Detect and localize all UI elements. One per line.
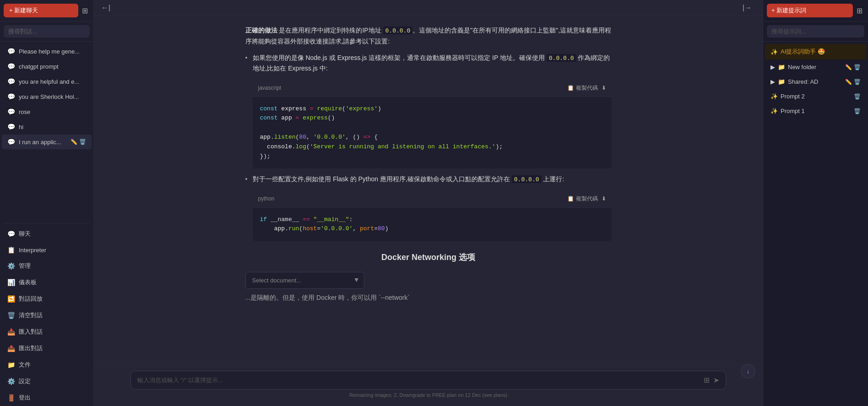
sidebar-top: + 新建聊天 ⊞ <box>0 0 93 22</box>
document-select[interactable]: Select document... <box>245 272 364 289</box>
back-button[interactable]: ←| <box>101 4 110 12</box>
input-icons: ⊞ ➤ <box>704 376 719 384</box>
send-button[interactable]: ➤ <box>713 376 719 384</box>
delete-folder-button[interactable]: 🗑️ <box>854 79 861 85</box>
nav-item-replay[interactable]: 🔁 對話回放 <box>2 291 92 307</box>
nav-item-clear[interactable]: 🗑️ 清空對話 <box>2 308 92 323</box>
export-nav-icon: 📤 <box>7 345 15 352</box>
code-line: app.run(host='0.0.0.0', port=80) <box>260 224 604 234</box>
chat-icon: 💬 <box>7 78 15 85</box>
code-block-js: javascript 📋 複製代碼 ⬇ con <box>253 80 612 168</box>
delete-prompt-button[interactable]: 🗑️ <box>854 108 861 114</box>
select-wrapper: Select document... ▼ <box>245 272 364 289</box>
prompt-search-input[interactable] <box>767 25 864 38</box>
copy-icon: 📋 <box>567 85 574 91</box>
new-prompt-button[interactable]: + 新建提示詞 <box>767 4 853 17</box>
prompt-list: ✨ AI提示詞助手 🤩 ▶ 📁 New folder ✏️ 🗑️ ▶ 📁 Sha… <box>763 42 868 406</box>
nav-item-logout[interactable]: 🚪 登出 <box>2 390 92 406</box>
copy-code-button[interactable]: 📋 複製代碼 <box>567 84 598 92</box>
delete-chat-button[interactable]: 🗑️ <box>79 139 86 145</box>
prompt-actions: 🗑️ <box>854 93 861 100</box>
code-line: console.log('Server is running and liste… <box>260 142 604 152</box>
nav-item-files[interactable]: 📁 文件 <box>2 357 92 373</box>
chat-item-active[interactable]: 💬 I run an applic... ✏️ 🗑️ <box>2 135 92 149</box>
prompt-item[interactable]: ✨ Prompt 1 🗑️ <box>765 104 866 118</box>
ai-assistant-button[interactable]: ✨ AI提示詞助手 🤩 <box>765 44 866 60</box>
folder-arrow-icon: ▶ <box>770 64 775 70</box>
nav-item-chat[interactable]: 💬 聊天 <box>2 226 92 242</box>
chat-icon: 💬 <box>7 123 15 130</box>
chat-icon: 💬 <box>7 93 15 100</box>
import-nav-icon: 📥 <box>7 328 15 336</box>
sidebar-layout-icon[interactable]: ⊞ <box>80 5 90 17</box>
chat-item[interactable]: 💬 chatgpt prompt <box>2 59 92 74</box>
sidebar-divider <box>4 223 90 224</box>
folder-item[interactable]: ▶ 📁 Shared: AD ✏️ 🗑️ <box>765 75 866 89</box>
chat-icon: 💬 <box>7 48 15 55</box>
manage-nav-icon: ⚙️ <box>7 262 15 270</box>
edit-folder-button[interactable]: ✏️ <box>845 79 852 85</box>
scroll-down-button[interactable]: ↓ <box>741 364 755 379</box>
new-chat-button[interactable]: + 新建聊天 <box>4 4 78 17</box>
left-sidebar: + 新建聊天 ⊞ 💬 Please help me gene... 💬 chat… <box>0 0 94 406</box>
prompt-actions: 🗑️ <box>854 108 861 114</box>
delete-folder-button[interactable]: 🗑️ <box>854 64 861 70</box>
bottom-area: ⊞ ➤ ↓ Remaining images: 2. Downgrade to … <box>94 365 763 406</box>
forward-button[interactable]: |→ <box>743 4 752 12</box>
right-sidebar-layout-icon[interactable]: ⊞ <box>855 5 864 17</box>
chat-item[interactable]: 💬 hi <box>2 119 92 134</box>
logout-nav-icon: 🚪 <box>7 394 15 401</box>
chat-item[interactable]: 💬 you are helpful and e... <box>2 74 92 89</box>
settings-nav-icon: ⚙️ <box>7 378 15 385</box>
code-lang: javascript <box>258 83 282 92</box>
code-body: if __name__ == "__main__": app.run(host=… <box>253 208 612 242</box>
expand-input-button[interactable]: ⊞ <box>704 376 710 384</box>
sidebar-search-box <box>0 22 93 42</box>
copy-icon: 📋 <box>567 195 574 202</box>
copy-code-button[interactable]: 📋 複製代碼 <box>567 195 598 203</box>
download-code-button[interactable]: ⬇ <box>602 85 606 91</box>
code-line <box>260 123 604 133</box>
delete-prompt-button[interactable]: 🗑️ <box>854 93 861 100</box>
edit-chat-button[interactable]: ✏️ <box>71 139 77 145</box>
nav-item-export[interactable]: 📤 匯出對話 <box>2 341 92 356</box>
nav-item-interpreter[interactable]: 📋 Interpreter <box>2 243 92 257</box>
edit-folder-button[interactable]: ✏️ <box>845 64 852 70</box>
chat-icon: 💬 <box>7 108 15 115</box>
chat-area: 正確的做法 是在應用程序中綁定到特殊的IP地址 0.0.0.0。這個地址的含義是… <box>94 16 763 365</box>
download-code-button[interactable]: ⬇ <box>602 195 606 202</box>
code-line: }); <box>260 152 604 162</box>
search-input[interactable] <box>4 25 90 38</box>
inline-code: 0.0.0.0 <box>547 54 576 62</box>
code-header: javascript 📋 複製代碼 ⬇ <box>253 80 612 97</box>
chat-nav-icon: 💬 <box>7 230 15 238</box>
partial-text: ...是隔離的。但是，使用 Docker 時，你可以用 `--network` <box>245 292 612 303</box>
prompt-item[interactable]: ✨ Prompt 2 🗑️ <box>765 89 866 103</box>
prompt-star-icon: ✨ <box>770 108 778 114</box>
prompt-star-icon: ✨ <box>770 93 778 100</box>
folder-actions: ✏️ 🗑️ <box>845 79 861 85</box>
main-top-bar: ←| |→ <box>94 0 763 16</box>
nav-item-manage[interactable]: ⚙️ 管理 <box>2 258 92 274</box>
inline-code: 0.0.0.0 <box>512 175 542 183</box>
folder-icon: 📁 <box>778 78 785 85</box>
chat-icon: 💬 <box>7 63 15 70</box>
dashboard-nav-icon: 📊 <box>7 279 15 286</box>
status-bar: Remaining images: 2. Downgrade to FREE p… <box>130 390 726 401</box>
code-line: app.listen(80, '0.0.0.0', () => { <box>260 133 604 142</box>
nav-item-dashboard[interactable]: 📊 儀表板 <box>2 275 92 290</box>
ai-icon: ✨ <box>770 49 778 55</box>
right-top: + 新建提示詞 ⊞ <box>763 0 868 22</box>
folder-item[interactable]: ▶ 📁 New folder ✏️ 🗑️ <box>765 60 866 74</box>
replay-nav-icon: 🔁 <box>7 295 15 303</box>
folder-icon: 📁 <box>778 64 785 70</box>
chat-item[interactable]: 💬 Please help me gene... <box>2 44 92 59</box>
chat-item[interactable]: 💬 rose <box>2 104 92 119</box>
inline-code: 0.0.0.0 <box>383 27 413 34</box>
nav-item-settings[interactable]: ⚙️ 設定 <box>2 374 92 389</box>
list-item: 對于一些配置文件,例如使用 Flask 的 Python 應用程序,確保啟動命令… <box>253 174 612 241</box>
chat-icon: 💬 <box>7 138 15 146</box>
nav-item-import[interactable]: 📥 匯入對話 <box>2 324 92 340</box>
chat-item[interactable]: 💬 you are Sherlock Hol... <box>2 89 92 104</box>
chat-input[interactable] <box>137 377 700 384</box>
